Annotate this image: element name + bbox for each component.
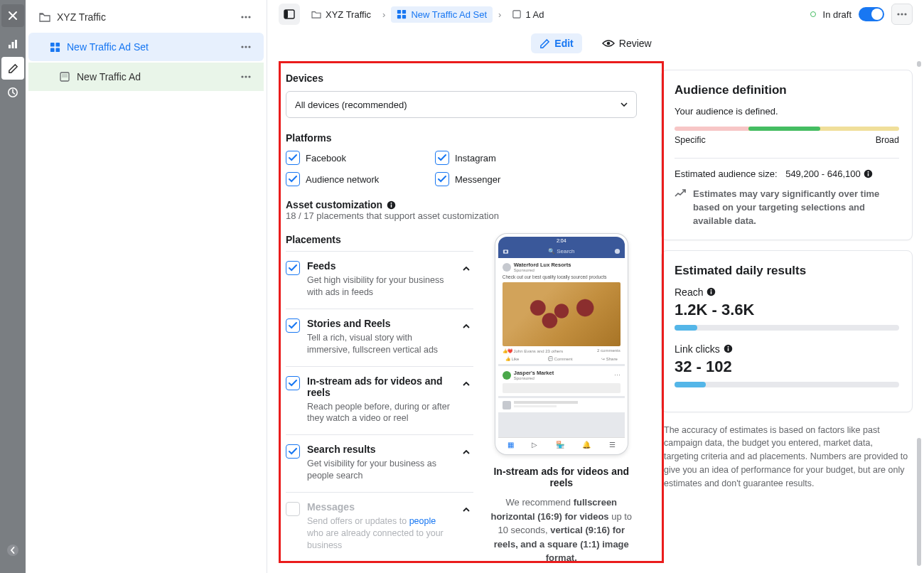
svg-rect-0 xyxy=(9,45,11,48)
breadcrumb-campaign-label: XYZ Traffic xyxy=(326,9,371,20)
placement-search-results[interactable]: Search results Get visibility for your b… xyxy=(286,434,473,492)
svg-rect-11 xyxy=(55,48,60,52)
platform-label: Audience network xyxy=(306,174,379,185)
svg-rect-32 xyxy=(391,204,392,207)
placement-instream[interactable]: In-stream ads for videos and reels Reach… xyxy=(286,366,473,435)
status-label: In draft xyxy=(823,9,852,20)
svg-point-29 xyxy=(904,13,906,15)
close-icon[interactable] xyxy=(1,4,24,27)
platform-label: Facebook xyxy=(306,153,346,164)
audience-definition-card: Audience definition Your audience is def… xyxy=(661,70,913,240)
placement-name: Messages xyxy=(307,501,452,513)
svg-rect-24 xyxy=(397,15,401,18)
breadcrumb: XYZ Traffic › New Traffic Ad Set › 1 Ad … xyxy=(267,0,924,28)
info-icon[interactable] xyxy=(387,200,396,210)
chart-icon[interactable] xyxy=(0,31,26,57)
camera-icon xyxy=(503,248,509,255)
range-specific: Specific xyxy=(675,135,706,145)
placement-feeds[interactable]: Feeds Get high visibility for your busin… xyxy=(286,251,473,309)
svg-point-39 xyxy=(867,171,869,173)
svg-rect-41 xyxy=(711,291,711,294)
sidebar-campaign-label: XYZ Traffic xyxy=(57,11,237,23)
people-link[interactable]: people xyxy=(409,516,436,526)
svg-rect-44 xyxy=(728,348,729,351)
svg-rect-23 xyxy=(402,10,406,14)
placements-label: Placements xyxy=(286,234,473,245)
edit-icon[interactable] xyxy=(1,57,24,80)
sidebar-item-campaign[interactable]: XYZ Traffic xyxy=(28,3,264,31)
svg-rect-1 xyxy=(12,42,14,48)
tab-edit[interactable]: Edit xyxy=(531,33,581,53)
clock-icon[interactable] xyxy=(0,80,26,105)
placement-desc: Get visibility for your business as peop… xyxy=(307,458,452,482)
clicks-label: Link clicks xyxy=(675,343,899,355)
svg-point-35 xyxy=(505,250,507,252)
audience-defined: Your audience is defined. xyxy=(675,106,899,117)
platform-audience-network[interactable]: Audience network xyxy=(286,172,407,186)
platform-instagram[interactable]: Instagram xyxy=(435,151,556,165)
placement-name: In-stream ads for videos and reels xyxy=(307,375,452,398)
devices-label: Devices xyxy=(286,73,637,84)
svg-rect-25 xyxy=(402,15,406,18)
placement-desc: Get high visibility for your business wi… xyxy=(307,274,452,299)
devices-value: All devices (recommended) xyxy=(295,100,407,110)
svg-point-33 xyxy=(391,202,392,203)
more-icon[interactable] xyxy=(237,8,255,26)
svg-rect-8 xyxy=(50,42,54,46)
platform-label: Messenger xyxy=(455,174,500,185)
more-icon[interactable] xyxy=(237,38,255,56)
chevron-up-icon[interactable] xyxy=(459,262,473,276)
breadcrumb-ad[interactable]: 1 Ad xyxy=(507,6,549,23)
breadcrumb-campaign[interactable]: XYZ Traffic xyxy=(306,6,377,23)
sidebar-item-adset[interactable]: New Traffic Ad Set xyxy=(28,33,264,61)
panel-toggle-icon[interactable] xyxy=(279,4,300,25)
info-icon[interactable] xyxy=(707,287,716,296)
info-icon[interactable] xyxy=(724,344,733,353)
chevron-up-icon[interactable] xyxy=(459,445,473,459)
svg-point-17 xyxy=(241,75,243,77)
platform-label: Instagram xyxy=(455,153,496,164)
chevron-up-icon[interactable] xyxy=(459,503,473,517)
results-title: Estimated daily results xyxy=(675,264,899,278)
svg-point-30 xyxy=(606,42,610,45)
nav-home-icon: ▦ xyxy=(507,441,514,449)
devices-select[interactable]: All devices (recommended) xyxy=(286,91,637,118)
sidebar-item-ad[interactable]: New Traffic Ad xyxy=(28,63,264,91)
placement-stories-reels[interactable]: Stories and Reels Tell a rich, visual st… xyxy=(286,309,473,366)
platforms-label: Platforms xyxy=(286,132,637,144)
preview-title: In-stream ads for videos and reels xyxy=(486,466,637,488)
estimated-results-card: Estimated daily results Reach 1.2K - 3.6… xyxy=(661,250,913,412)
placement-messages[interactable]: Messages Send offers or updates to peopl… xyxy=(286,492,473,562)
placement-preview: 2:04 🔍 Search Waterford Lux ResortsSpons… xyxy=(486,234,637,565)
svg-point-7 xyxy=(248,16,250,18)
placement-name: Stories and Reels xyxy=(307,318,452,329)
info-icon[interactable] xyxy=(864,169,873,178)
more-menu-button[interactable] xyxy=(891,4,913,25)
platform-messenger[interactable]: Messenger xyxy=(435,172,556,186)
svg-point-6 xyxy=(245,16,247,18)
collapse-icon[interactable] xyxy=(4,542,21,559)
chevron-up-icon[interactable] xyxy=(459,319,473,333)
tab-edit-label: Edit xyxy=(554,38,573,49)
platform-facebook[interactable]: Facebook xyxy=(286,151,407,165)
nav-menu-icon: ☰ xyxy=(609,441,616,449)
toggle-active[interactable] xyxy=(859,7,884,21)
breadcrumb-ad-label: 1 Ad xyxy=(525,9,544,20)
svg-point-14 xyxy=(248,45,250,48)
svg-point-18 xyxy=(245,75,247,77)
more-icon[interactable] xyxy=(237,68,255,86)
svg-point-42 xyxy=(711,289,712,291)
asset-note: 18 / 17 placements that support asset cu… xyxy=(286,210,637,221)
asset-customization-title: Asset customization xyxy=(286,199,396,210)
breadcrumb-adset[interactable]: New Traffic Ad Set xyxy=(391,6,493,23)
audience-range-bar xyxy=(675,127,899,131)
sidebar-ad-label: New Traffic Ad xyxy=(77,71,237,82)
scrollbar[interactable] xyxy=(917,61,923,566)
chevron-up-icon[interactable] xyxy=(459,377,473,391)
placement-desc: Send offers or updates to people who are… xyxy=(307,515,452,552)
messenger-icon xyxy=(614,248,621,255)
nav-video-icon: ▷ xyxy=(532,441,537,449)
placement-desc: Reach people before, during or after the… xyxy=(307,401,452,425)
tab-review[interactable]: Review xyxy=(593,33,660,53)
audience-title: Audience definition xyxy=(675,83,899,97)
